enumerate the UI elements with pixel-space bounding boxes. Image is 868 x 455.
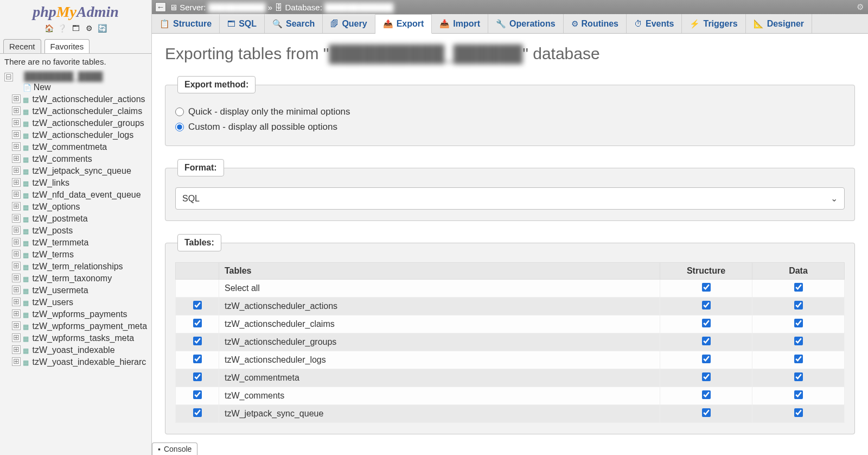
row-select-checkbox[interactable] xyxy=(193,408,202,417)
logo[interactable]: phpMyAdmin xyxy=(0,0,151,22)
tree-table-item[interactable]: ▦ tzW_jetpack_sync_queue xyxy=(4,165,151,177)
gear-icon[interactable]: ⚙ xyxy=(857,2,864,12)
select-all-data-checkbox[interactable] xyxy=(794,283,803,292)
page-title: Exporting tables from "██████████_██████… xyxy=(165,45,855,63)
row-structure-checkbox[interactable] xyxy=(702,337,711,345)
tree-table-item[interactable]: ▦ tzW_comments xyxy=(4,153,151,165)
back-button[interactable]: ← xyxy=(155,2,166,12)
row-select-checkbox[interactable] xyxy=(193,337,202,345)
tree-table-item[interactable]: ▦ tzW_actionscheduler_claims xyxy=(4,105,151,117)
tree-table-item[interactable]: ▦ tzW_yoast_indexable_hierarc xyxy=(4,356,151,368)
tree-table-item[interactable]: ▦ tzW_wpforms_payments xyxy=(4,308,151,320)
tree-table-item[interactable]: ▦ tzW_actionscheduler_actions xyxy=(4,93,151,105)
tree-table-item[interactable]: ▦ tzW_wpforms_payment_meta xyxy=(4,320,151,332)
export-icon: 📤 xyxy=(383,19,393,29)
format-value: SQL xyxy=(182,194,200,204)
sql-icon[interactable]: 🗔 xyxy=(71,24,81,34)
tables-legend: Tables: xyxy=(177,234,221,251)
home-icon[interactable]: 🏠 xyxy=(44,24,54,34)
tree-table-item[interactable]: ▦ tzW_users xyxy=(4,296,151,308)
nav-tab-sql[interactable]: 🗔SQL xyxy=(220,14,265,33)
tree-table-item[interactable]: ▦ tzW_term_relationships xyxy=(4,261,151,273)
row-structure-checkbox[interactable] xyxy=(702,319,711,327)
tree-table-item[interactable]: ▦ tzW_options xyxy=(4,201,151,213)
row-structure-checkbox[interactable] xyxy=(702,301,711,309)
operations-icon: 🔧 xyxy=(496,19,506,29)
row-table-name: tzW_comments xyxy=(219,387,660,405)
tree-table-item[interactable]: ▦ tzW_termmeta xyxy=(4,237,151,249)
table-icon: ▦ xyxy=(23,263,29,271)
nav-tab-query[interactable]: 🗐Query xyxy=(323,14,375,33)
row-select-checkbox[interactable] xyxy=(193,390,202,399)
breadcrumb-database-value[interactable]: ████████████ xyxy=(322,3,396,12)
table-row: tzW_comments xyxy=(176,387,845,405)
breadcrumb-server-value[interactable]: ██████████ xyxy=(206,3,268,12)
row-data-checkbox[interactable] xyxy=(794,372,803,381)
nav-tab-structure[interactable]: 📋Structure xyxy=(152,14,220,33)
nav-tab-export[interactable]: 📤Export xyxy=(375,14,432,34)
table-icon: ▦ xyxy=(23,299,29,307)
row-structure-checkbox[interactable] xyxy=(702,408,711,417)
chevron-down-icon: ⌄ xyxy=(831,193,838,204)
tree-table-item[interactable]: ▦ tzW_actionscheduler_logs xyxy=(4,129,151,141)
nav-tab-import[interactable]: 📥Import xyxy=(432,14,488,33)
row-data-checkbox[interactable] xyxy=(794,301,803,309)
row-data-checkbox[interactable] xyxy=(794,355,803,363)
tree-table-item[interactable]: ▦ tzW_yoast_indexable xyxy=(4,344,151,356)
database-icon: 🗄 xyxy=(275,3,283,12)
tree-table-item[interactable]: ▦ tzW_nfd_data_event_queue xyxy=(4,189,151,201)
tree-new-table[interactable]: New xyxy=(4,81,151,93)
format-select[interactable]: SQL ⌄ xyxy=(175,187,845,210)
select-all-label[interactable]: Select all xyxy=(219,280,660,298)
row-data-checkbox[interactable] xyxy=(794,408,803,417)
settings-icon[interactable]: ⚙ xyxy=(84,24,94,34)
export-method-custom-radio[interactable] xyxy=(175,123,184,131)
tree-table-item[interactable]: ▦ tzW_commentmeta xyxy=(4,141,151,153)
row-data-checkbox[interactable] xyxy=(794,319,803,327)
nav-tab-events[interactable]: ⏱Events xyxy=(627,14,682,33)
row-structure-checkbox[interactable] xyxy=(702,372,711,381)
export-method-quick-radio[interactable] xyxy=(175,108,184,116)
nav-tab-triggers[interactable]: ⚡Triggers xyxy=(682,14,745,33)
tree-table-item[interactable]: ▦ tzW_wpforms_tasks_meta xyxy=(4,332,151,344)
tree-table-item[interactable]: ▦ tzW_links xyxy=(4,177,151,189)
format-legend: Format: xyxy=(177,159,224,176)
tree-table-item[interactable]: ▦ tzW_term_taxonomy xyxy=(4,273,151,285)
table-row: tzW_jetpack_sync_queue xyxy=(176,405,845,423)
export-method-custom-row[interactable]: Custom - display all possible options xyxy=(175,119,845,135)
select-all-structure-checkbox[interactable] xyxy=(702,283,711,292)
tree-table-item[interactable]: ▦ tzW_actionscheduler_groups xyxy=(4,117,151,129)
row-select-checkbox[interactable] xyxy=(193,301,202,309)
export-method-custom-label[interactable]: Custom - display all possible options xyxy=(188,122,337,132)
console-icon: ▪ xyxy=(158,445,161,453)
nav-tab-designer[interactable]: 📐Designer xyxy=(746,14,812,33)
export-method-quick-label[interactable]: Quick - display only the minimal options xyxy=(188,106,350,117)
export-method-quick-row[interactable]: Quick - display only the minimal options xyxy=(175,104,845,119)
reload-icon[interactable]: 🔄 xyxy=(98,24,107,34)
table-icon: ▦ xyxy=(23,144,29,151)
nav-tab-operations[interactable]: 🔧Operations xyxy=(488,14,563,33)
table-icon: ▦ xyxy=(23,216,29,223)
tree-table-item[interactable]: ▦ tzW_posts xyxy=(4,225,151,237)
table-icon: ▦ xyxy=(23,96,29,104)
tab-favorites[interactable]: Favorites xyxy=(44,39,90,53)
help-icon[interactable]: ❔ xyxy=(58,24,67,34)
row-data-checkbox[interactable] xyxy=(794,390,803,399)
tree-table-item[interactable]: ▦ tzW_postmeta xyxy=(4,213,151,225)
row-structure-checkbox[interactable] xyxy=(702,390,711,399)
row-structure-checkbox[interactable] xyxy=(702,355,711,363)
row-data-checkbox[interactable] xyxy=(794,337,803,345)
nav-tab-search[interactable]: 🔍Search xyxy=(265,14,323,33)
console-toggle[interactable]: ▪ Console xyxy=(152,443,197,455)
tab-recent[interactable]: Recent xyxy=(3,39,41,53)
row-select-checkbox[interactable] xyxy=(193,319,202,327)
tree-table-item[interactable]: ▦ tzW_usermeta xyxy=(4,285,151,296)
tree-table-item[interactable]: ▦ tzW_terms xyxy=(4,249,151,261)
tree-db-root[interactable]: ████████_████ xyxy=(4,72,151,81)
nav-tab-routines[interactable]: ⚙Routines xyxy=(564,14,627,33)
table-icon: ▦ xyxy=(23,239,29,247)
table-icon: ▦ xyxy=(23,251,29,259)
row-select-checkbox[interactable] xyxy=(193,355,202,363)
breadcrumb-separator: » xyxy=(268,3,272,12)
row-select-checkbox[interactable] xyxy=(193,372,202,381)
